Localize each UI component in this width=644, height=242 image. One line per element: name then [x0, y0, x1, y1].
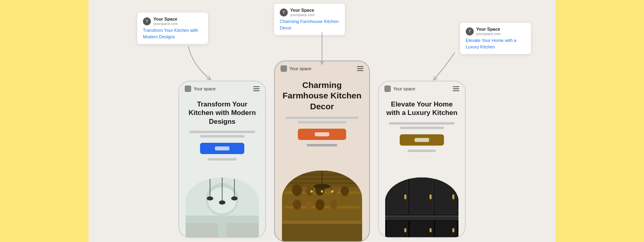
- background-left: [0, 0, 89, 242]
- svg-point-19: [292, 184, 302, 196]
- phone-left-app-icon: [185, 86, 191, 92]
- svg-point-37: [331, 190, 334, 192]
- svg-rect-29: [282, 220, 362, 223]
- svg-rect-44: [429, 194, 431, 199]
- phone-right-image: [379, 171, 465, 237]
- phone-right-arch: [385, 177, 458, 238]
- phone-center-line3: [307, 144, 338, 146]
- phone-right-line2: [400, 127, 444, 129]
- svg-point-7: [207, 196, 213, 200]
- svg-point-27: [330, 200, 338, 209]
- phone-left-arch: [186, 177, 259, 238]
- svg-rect-47: [385, 215, 458, 217]
- phone-center-line2: [297, 121, 346, 123]
- phone-right-line3: [408, 150, 436, 152]
- main-scene: Y Your Space yourspace.com Transform You…: [89, 0, 555, 242]
- phone-right-cta-inner: [415, 138, 429, 142]
- phone-left-arch-shape: [186, 177, 259, 238]
- background-right: [555, 0, 644, 242]
- tooltip-right-header: Y Your Space yourspace.com: [466, 27, 525, 36]
- phone-left-bar-left: Your space: [185, 86, 216, 92]
- phone-right: Your space Elevate Your Home with a Luxu…: [378, 81, 466, 238]
- phone-center-app-icon: [281, 65, 287, 72]
- tooltip-center-avatar: Y: [280, 8, 288, 17]
- svg-point-35: [310, 190, 313, 192]
- svg-point-9: [219, 200, 225, 204]
- phone-left-line3: [208, 158, 237, 161]
- phone-right-content: Elevate Your Home with a Luxury Kitchen: [379, 95, 465, 171]
- svg-rect-53: [429, 228, 431, 232]
- tooltip-left-avatar: Y: [143, 17, 151, 25]
- svg-rect-5: [226, 223, 259, 237]
- phone-left-app-name: Your space: [194, 86, 216, 91]
- phone-left-bar: Your space: [179, 81, 265, 95]
- phone-left-kitchen-img: [186, 177, 259, 238]
- svg-point-11: [231, 196, 237, 200]
- phone-center-cta[interactable]: [298, 129, 346, 140]
- tooltip-left-brand: Your Space: [153, 17, 178, 22]
- phone-center-bar-left: Your space: [281, 65, 312, 72]
- svg-point-26: [315, 199, 324, 210]
- phone-center: Your space Charming Farmhouse Kitchen De…: [274, 60, 370, 242]
- tooltip-center-header: Y Your Space yourspace.com: [280, 8, 339, 17]
- phone-center-menu-icon[interactable]: [357, 66, 363, 71]
- svg-point-24: [293, 200, 301, 210]
- svg-rect-43: [405, 194, 407, 199]
- phone-center-image: [275, 163, 369, 241]
- phone-left-line1: [189, 131, 255, 133]
- phone-right-cta[interactable]: [400, 134, 444, 146]
- phone-right-arch-shape: [385, 177, 458, 238]
- svg-rect-45: [452, 194, 454, 199]
- phone-center-title: Charming Farmhouse Kitchen Decor: [281, 80, 363, 112]
- tooltip-center-url: yourspace.com: [290, 13, 315, 17]
- phone-center-arch-shape: [282, 171, 362, 242]
- phone-center-app-name: Your space: [289, 66, 312, 71]
- tooltip-right-avatar: Y: [466, 27, 474, 35]
- phone-center-content: Charming Farmhouse Kitchen Decor: [275, 75, 369, 163]
- tooltip-right: Y Your Space yourspace.com Elevate Your …: [460, 22, 531, 54]
- phone-left: Your space Transform Your Kitchen with M…: [178, 81, 266, 238]
- phone-right-bar-left: Your space: [384, 86, 415, 92]
- phone-right-app-name: Your space: [393, 86, 415, 91]
- tooltip-left-url: yourspace.com: [153, 22, 178, 26]
- phone-left-title: Transform Your Kitchen with Modern Desig…: [186, 100, 259, 126]
- tooltip-right-link[interactable]: Elevate Your Home with a Luxury Kitchen: [466, 38, 525, 50]
- tooltip-left: Y Your Space yourspace.com Transform You…: [137, 12, 208, 44]
- tooltip-left-link[interactable]: Transform Your Kitchen with Modern Desig…: [143, 27, 202, 40]
- tooltip-center-link[interactable]: Charming Farmhouse Kitchen Decor: [280, 19, 339, 31]
- phone-right-line1: [389, 122, 455, 125]
- phone-center-bar: Your space: [275, 61, 369, 75]
- phone-right-kitchen-img: [385, 177, 458, 238]
- svg-rect-4: [186, 223, 218, 237]
- phone-left-image: [179, 171, 265, 237]
- svg-rect-52: [405, 228, 407, 232]
- phone-center-cta-inner: [315, 132, 329, 136]
- phone-center-line1: [285, 117, 359, 119]
- tooltip-right-brand: Your Space: [476, 27, 501, 32]
- tooltip-center: Y Your Space yourspace.com Charming Farm…: [274, 3, 345, 35]
- phone-left-content: Transform Your Kitchen with Modern Desig…: [179, 95, 265, 171]
- svg-point-23: [341, 186, 349, 196]
- svg-point-25: [305, 200, 312, 209]
- phone-center-arch: [282, 171, 362, 242]
- phone-left-menu-icon[interactable]: [253, 86, 260, 91]
- phone-left-cta-inner: [215, 146, 229, 150]
- phone-left-line2: [200, 135, 244, 138]
- tooltip-left-header: Y Your Space yourspace.com: [143, 17, 202, 26]
- phone-right-app-icon: [384, 86, 391, 92]
- phone-right-bar: Your space: [379, 81, 465, 95]
- tooltip-center-brand: Your Space: [290, 8, 315, 13]
- phone-left-cta[interactable]: [200, 143, 244, 154]
- phone-right-title: Elevate Your Home with a Luxury Kitchen: [385, 100, 458, 117]
- svg-point-36: [321, 190, 323, 192]
- phone-right-menu-icon[interactable]: [453, 86, 459, 91]
- tooltip-right-url: yourspace.com: [476, 32, 501, 36]
- phone-center-kitchen-img: [282, 171, 362, 242]
- svg-rect-54: [452, 228, 454, 232]
